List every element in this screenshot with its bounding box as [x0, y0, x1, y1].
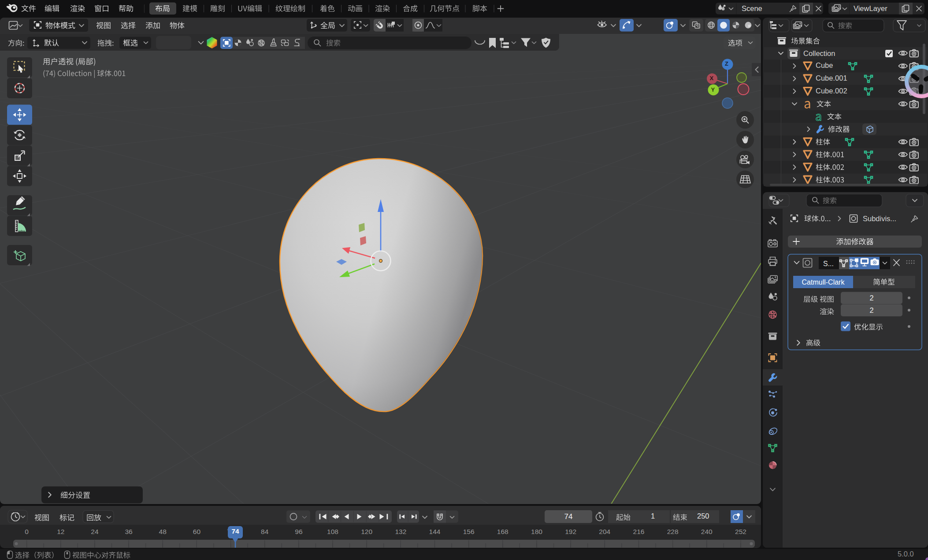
svg-text:168: 168 — [497, 528, 509, 535]
svg-text:60: 60 — [193, 528, 201, 535]
svg-text:Scene: Scene — [742, 4, 762, 12]
svg-text:0: 0 — [25, 528, 29, 535]
svg-text:X: X — [710, 75, 714, 82]
svg-text:5.0.0: 5.0.0 — [898, 550, 914, 558]
svg-text:96: 96 — [295, 528, 302, 535]
svg-text:ViewLayer: ViewLayer — [854, 4, 887, 12]
svg-text:84: 84 — [261, 528, 269, 535]
svg-text:2: 2 — [869, 294, 873, 302]
svg-text:Cube.002: Cube.002 — [816, 87, 847, 95]
svg-text:132: 132 — [395, 528, 406, 535]
svg-text:192: 192 — [565, 528, 576, 535]
svg-text:74: 74 — [564, 512, 573, 521]
svg-text:156: 156 — [463, 528, 475, 535]
svg-text:24: 24 — [91, 528, 99, 535]
svg-text:Z: Z — [725, 60, 728, 67]
svg-text:Collection: Collection — [803, 49, 835, 57]
svg-text:1: 1 — [651, 512, 655, 520]
svg-text:216: 216 — [633, 528, 645, 535]
svg-text:204: 204 — [599, 528, 610, 535]
svg-text:Subdivis...: Subdivis... — [863, 215, 896, 223]
svg-text:12: 12 — [57, 528, 64, 535]
svg-text:74: 74 — [231, 527, 239, 535]
svg-text:S...: S... — [823, 260, 834, 267]
svg-text:36: 36 — [125, 528, 132, 535]
svg-text:228: 228 — [667, 528, 679, 535]
svg-text:240: 240 — [701, 528, 713, 535]
svg-text:48: 48 — [159, 528, 167, 535]
svg-text:Cube: Cube — [816, 61, 833, 69]
svg-text:Catmull-Clark: Catmull-Clark — [802, 278, 845, 286]
svg-text:108: 108 — [327, 528, 338, 535]
svg-text:144: 144 — [429, 528, 441, 535]
svg-text:2: 2 — [869, 306, 873, 314]
svg-text:Cube.001: Cube.001 — [816, 74, 847, 82]
svg-text:250: 250 — [697, 512, 709, 520]
svg-text:252: 252 — [735, 528, 746, 535]
svg-text:180: 180 — [531, 528, 542, 535]
svg-text:120: 120 — [361, 528, 372, 535]
svg-text:Y: Y — [711, 86, 715, 93]
